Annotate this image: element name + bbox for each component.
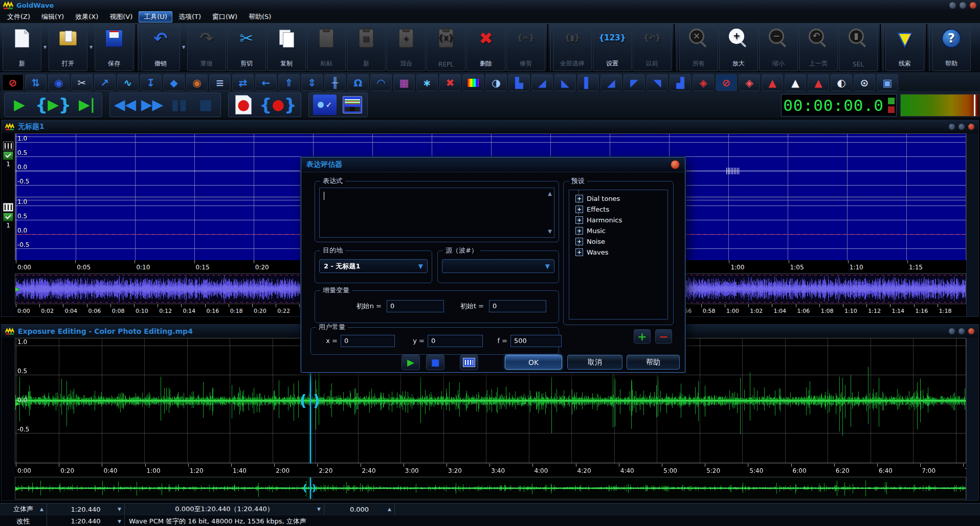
dialog-controls-button[interactable] (460, 355, 478, 370)
fx-interpolate-button[interactable]: ∗ (416, 74, 438, 91)
transport-pause-button[interactable]: ▮▮ (168, 95, 190, 115)
fx-spike-filter-button[interactable]: ▲ (808, 74, 829, 91)
status-spin-icon[interactable]: ▼ (118, 519, 121, 524)
fx-noise-peak-button[interactable]: ▲ (785, 74, 806, 91)
fx-shape-volume-button[interactable]: Ω (347, 74, 369, 91)
status-spin-icon[interactable]: ▲ (388, 507, 391, 512)
fx-restore-pop-button[interactable]: ◈ (739, 74, 760, 91)
doc1-maximize-button[interactable] (958, 123, 965, 130)
left-channel-enabled-checkbox[interactable] (3, 151, 13, 160)
toolbar-new-dropdown-icon[interactable]: ▼ (42, 25, 48, 71)
fx-control-window-button[interactable]: ▣ (877, 74, 898, 91)
initial-t-field[interactable]: 0 (489, 300, 546, 312)
source-combobox[interactable]: ▼ (442, 259, 554, 273)
preset-music[interactable]: +Music (571, 225, 665, 236)
fx-invert-button[interactable]: ◆ (163, 74, 185, 91)
fx-pitch-button[interactable]: ⇑ (278, 74, 300, 91)
doc1-overview-play-marker-icon[interactable]: ▶ (15, 286, 19, 292)
toolbar-cut-button[interactable]: ✂剪切 (227, 24, 266, 71)
fx-mixer-button[interactable]: ≡ (209, 74, 231, 91)
presets-tree[interactable]: +Dial tones+Effects+Harmonics+Music+Nois… (569, 190, 668, 319)
fx-restore-smooth-button[interactable]: ▲ (762, 74, 783, 91)
fx-change-volume-button[interactable]: ▌ (577, 74, 599, 91)
doc2-overview-play-marker-icon[interactable]: ▶ (15, 486, 19, 491)
expression-input[interactable]: ▲ ▼ (319, 188, 554, 238)
dialog-play-button[interactable]: ▶ (402, 355, 420, 370)
status-cell-row1-3[interactable]: 0.000▲ (324, 504, 395, 515)
fx-noise-reduction-button[interactable]: ▦ (393, 74, 415, 91)
toolbar-delete-button[interactable]: ✖删除 (466, 24, 505, 71)
doc2-minimize-button[interactable] (948, 328, 955, 335)
status-cell-row2-2[interactable]: Wave PCM 签字的 16 bit, 48000 Hz, 1536 kbps… (125, 515, 980, 526)
doc2-close-button[interactable] (968, 328, 975, 335)
expression-spin-down-icon[interactable]: ▼ (548, 229, 552, 234)
destination-combobox[interactable]: 2 - 无标题1 ▼ (319, 259, 428, 273)
menu-item-options[interactable]: 选项(T) (173, 11, 206, 22)
status-cell-row1-2[interactable]: 0.000至1:20.440（1:20.440）▼ (125, 504, 324, 515)
f-field[interactable]: 500 (510, 335, 562, 347)
preset-noise[interactable]: +Noise (571, 236, 665, 247)
doc1-close-button[interactable] (968, 123, 975, 130)
minimize-button[interactable] (949, 2, 956, 9)
transport-play-all-button[interactable]: ▶| (76, 95, 98, 115)
transport-play-selection-button[interactable]: {▶} (35, 95, 71, 115)
menu-item-tools[interactable]: 工具(U) (139, 11, 172, 22)
doc2-marker-left-bracket-icon[interactable]: ( (300, 392, 307, 409)
fx-filter-button[interactable]: ∿ (117, 74, 139, 91)
close-button[interactable] (969, 2, 977, 9)
status-cell-row1-4[interactable] (395, 504, 980, 515)
preset-waves[interactable]: +Waves (571, 247, 665, 258)
expression-spin-up-icon[interactable]: ▲ (548, 191, 552, 196)
fx-match-volume-button[interactable]: ◥ (647, 74, 668, 91)
doc2-marker-right-bracket-icon[interactable]: ) (313, 392, 320, 409)
fx-fade-in-button[interactable]: ◢ (531, 74, 553, 91)
fx-fade-out-button[interactable]: ◣ (554, 74, 576, 91)
initial-n-field[interactable]: 0 (387, 300, 444, 312)
transport-device-controls-button[interactable] (342, 95, 363, 115)
preset-harmonics[interactable]: +Harmonics (571, 215, 665, 225)
toolbar-cue-button[interactable]: ▼线索 (885, 24, 924, 71)
fx-doppler-button[interactable]: ◉ (48, 74, 70, 91)
preset-effects[interactable]: +Effects (571, 204, 665, 215)
fx-flanger-button[interactable]: ↧ (140, 74, 162, 91)
toolbar-open-dropdown-icon[interactable]: ▼ (88, 25, 94, 71)
fx-silence-button[interactable]: ✖ (439, 74, 461, 91)
fx-playback-marker-button[interactable]: ◈ (693, 74, 714, 91)
doc1-left-channel-selector[interactable]: 1 (3, 142, 13, 167)
dialog-close-button[interactable] (671, 160, 680, 169)
toolbar-copy-button[interactable]: 复制 (267, 24, 306, 71)
fx-timer-button[interactable]: ⊙ (854, 74, 875, 91)
toolbar-save-button[interactable]: 保存 (95, 24, 133, 71)
tree-expand-icon[interactable]: + (575, 248, 583, 256)
fx-equalizer-button[interactable]: ╫ (324, 74, 346, 91)
fx-spectrum-button[interactable]: ▉ (462, 74, 484, 91)
fx-stereo-enhance-button[interactable]: ◠ (370, 74, 392, 91)
doc2-overview[interactable]: ▶ ( ) (15, 477, 966, 499)
remove-preset-button[interactable]: − (655, 329, 672, 344)
right-channel-enabled-checkbox[interactable] (3, 213, 13, 221)
x-field[interactable]: 0 (341, 335, 395, 347)
doc2-right-rail[interactable] (966, 338, 978, 500)
doc2-time-ruler[interactable]: 0:000:200:401:001:201:402:002:202:403:00… (15, 464, 966, 476)
fx-mechanize-button[interactable]: ◉ (186, 74, 208, 91)
transport-record-selection-button[interactable]: {●} (259, 95, 297, 115)
help-button[interactable]: 帮助 (627, 355, 680, 370)
fx-resample-button[interactable]: ⇕ (301, 74, 323, 91)
status-spin-icon[interactable]: ▲ (40, 507, 43, 512)
fx-selection-volume-button[interactable]: ▟ (670, 74, 691, 91)
menu-item-view[interactable]: 视图(V) (104, 11, 138, 22)
transport-play-button[interactable]: ▶ (9, 95, 30, 115)
doc2-play-marker-icon[interactable]: ▶ (15, 401, 19, 406)
transport-record-button[interactable]: ● (233, 95, 254, 115)
doc2-overview-marker[interactable] (310, 477, 311, 499)
fx-dynamics-button[interactable]: ✂ (71, 74, 93, 91)
y-field[interactable]: 0 (428, 335, 483, 347)
ok-button[interactable]: OK (505, 355, 562, 370)
fx-mute-button[interactable]: ⊘ (2, 74, 24, 91)
fx-swap-channels-button[interactable]: ⇅ (25, 74, 47, 91)
doc2-overview-right-bracket-icon[interactable]: ) (312, 483, 316, 493)
transport-rewind-button[interactable]: ◀◀ (114, 95, 136, 115)
menu-item-help[interactable]: 帮助(S) (243, 11, 276, 22)
toolbar-open-button[interactable]: 打开 (49, 24, 87, 71)
status-cell-row2-1[interactable]: 1:20.440▼ (47, 515, 125, 526)
